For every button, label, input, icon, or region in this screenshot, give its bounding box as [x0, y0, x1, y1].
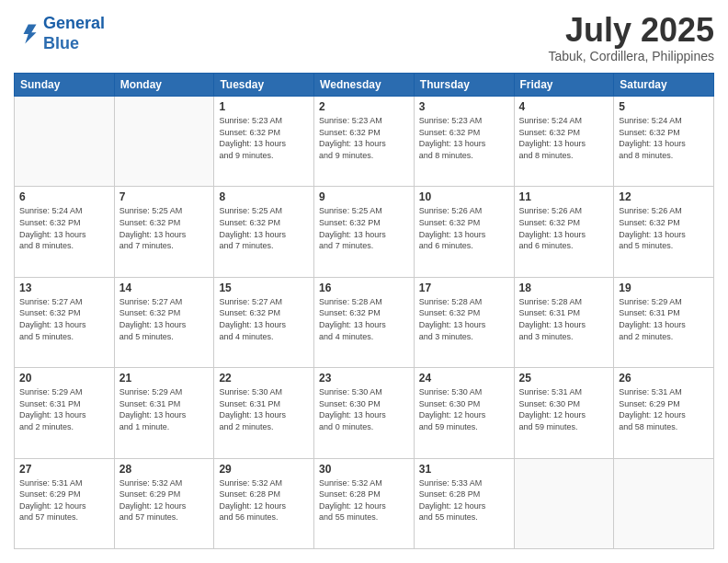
calendar-cell: 10Sunrise: 5:26 AM Sunset: 6:32 PM Dayli…: [414, 187, 514, 277]
calendar-cell: 20Sunrise: 5:29 AM Sunset: 6:31 PM Dayli…: [15, 368, 115, 458]
day-info: Sunrise: 5:29 AM Sunset: 6:31 PM Dayligh…: [19, 386, 109, 432]
day-info: Sunrise: 5:31 AM Sunset: 6:30 PM Dayligh…: [519, 386, 609, 432]
calendar-table: SundayMondayTuesdayWednesdayThursdayFrid…: [14, 73, 714, 549]
calendar-week-4: 20Sunrise: 5:29 AM Sunset: 6:31 PM Dayli…: [15, 368, 714, 458]
day-number: 3: [419, 100, 509, 113]
calendar-cell: 23Sunrise: 5:30 AM Sunset: 6:30 PM Dayli…: [314, 368, 415, 458]
day-info: Sunrise: 5:31 AM Sunset: 6:29 PM Dayligh…: [19, 477, 109, 523]
calendar-cell: 18Sunrise: 5:28 AM Sunset: 6:31 PM Dayli…: [514, 277, 614, 367]
month-title: July 2025: [548, 14, 714, 47]
day-info: Sunrise: 5:25 AM Sunset: 6:32 PM Dayligh…: [119, 205, 210, 251]
day-number: 19: [619, 282, 709, 294]
day-number: 20: [19, 372, 109, 385]
weekday-header-row: SundayMondayTuesdayWednesdayThursdayFrid…: [15, 74, 714, 97]
day-number: 18: [519, 282, 609, 294]
day-info: Sunrise: 5:25 AM Sunset: 6:32 PM Dayligh…: [219, 205, 309, 251]
calendar-cell: 14Sunrise: 5:27 AM Sunset: 6:32 PM Dayli…: [114, 277, 214, 367]
calendar-cell: 5Sunrise: 5:24 AM Sunset: 6:32 PM Daylig…: [614, 97, 714, 187]
calendar-cell: 2Sunrise: 5:23 AM Sunset: 6:32 PM Daylig…: [314, 97, 415, 187]
weekday-header-sunday: Sunday: [15, 74, 115, 97]
day-info: Sunrise: 5:23 AM Sunset: 6:32 PM Dayligh…: [219, 115, 309, 161]
calendar-cell: [15, 97, 115, 187]
calendar-week-1: 1Sunrise: 5:23 AM Sunset: 6:32 PM Daylig…: [15, 97, 714, 187]
day-number: 5: [619, 100, 709, 113]
day-info: Sunrise: 5:24 AM Sunset: 6:32 PM Dayligh…: [619, 115, 709, 161]
day-number: 27: [19, 463, 109, 476]
calendar-cell: 17Sunrise: 5:28 AM Sunset: 6:32 PM Dayli…: [414, 277, 514, 367]
day-info: Sunrise: 5:29 AM Sunset: 6:31 PM Dayligh…: [119, 386, 210, 432]
calendar-cell: 9Sunrise: 5:25 AM Sunset: 6:32 PM Daylig…: [314, 187, 415, 277]
calendar-cell: 6Sunrise: 5:24 AM Sunset: 6:32 PM Daylig…: [15, 187, 115, 277]
calendar-cell: 26Sunrise: 5:31 AM Sunset: 6:29 PM Dayli…: [614, 368, 714, 458]
calendar-cell: 31Sunrise: 5:33 AM Sunset: 6:28 PM Dayli…: [414, 458, 514, 548]
day-number: 29: [219, 463, 309, 476]
day-number: 24: [419, 372, 509, 385]
day-number: 30: [319, 463, 409, 476]
day-info: Sunrise: 5:28 AM Sunset: 6:32 PM Dayligh…: [419, 296, 509, 342]
calendar-cell: 19Sunrise: 5:29 AM Sunset: 6:31 PM Dayli…: [614, 277, 714, 367]
calendar-cell: 7Sunrise: 5:25 AM Sunset: 6:32 PM Daylig…: [114, 187, 214, 277]
day-number: 26: [619, 372, 709, 385]
calendar-cell: 22Sunrise: 5:30 AM Sunset: 6:31 PM Dayli…: [214, 368, 314, 458]
day-number: 28: [119, 463, 210, 476]
day-info: Sunrise: 5:33 AM Sunset: 6:28 PM Dayligh…: [419, 477, 509, 523]
day-info: Sunrise: 5:25 AM Sunset: 6:32 PM Dayligh…: [319, 205, 409, 251]
calendar-cell: 29Sunrise: 5:32 AM Sunset: 6:28 PM Dayli…: [214, 458, 314, 548]
header: General Blue July 2025 Tabuk, Cordillera…: [14, 14, 714, 63]
day-info: Sunrise: 5:32 AM Sunset: 6:28 PM Dayligh…: [319, 477, 409, 523]
calendar-cell: 4Sunrise: 5:24 AM Sunset: 6:32 PM Daylig…: [514, 97, 614, 187]
weekday-header-thursday: Thursday: [414, 74, 514, 97]
calendar-week-3: 13Sunrise: 5:27 AM Sunset: 6:32 PM Dayli…: [15, 277, 714, 367]
weekday-header-monday: Monday: [114, 74, 214, 97]
weekday-header-wednesday: Wednesday: [314, 74, 415, 97]
day-number: 14: [119, 282, 210, 294]
day-info: Sunrise: 5:27 AM Sunset: 6:32 PM Dayligh…: [19, 296, 109, 342]
calendar-cell: 11Sunrise: 5:26 AM Sunset: 6:32 PM Dayli…: [514, 187, 614, 277]
calendar-cell: [614, 458, 714, 548]
day-number: 2: [319, 100, 409, 113]
calendar-week-2: 6Sunrise: 5:24 AM Sunset: 6:32 PM Daylig…: [15, 187, 714, 277]
svg-marker-0: [24, 24, 37, 43]
day-info: Sunrise: 5:29 AM Sunset: 6:31 PM Dayligh…: [619, 296, 709, 342]
calendar-cell: 15Sunrise: 5:27 AM Sunset: 6:32 PM Dayli…: [214, 277, 314, 367]
day-number: 25: [519, 372, 609, 385]
page: General Blue July 2025 Tabuk, Cordillera…: [0, 0, 728, 563]
day-number: 10: [419, 190, 509, 203]
day-number: 16: [319, 282, 409, 294]
day-info: Sunrise: 5:28 AM Sunset: 6:31 PM Dayligh…: [519, 296, 609, 342]
day-number: 4: [519, 100, 609, 113]
day-info: Sunrise: 5:30 AM Sunset: 6:31 PM Dayligh…: [219, 386, 309, 432]
day-number: 13: [19, 282, 109, 294]
calendar-cell: 12Sunrise: 5:26 AM Sunset: 6:32 PM Dayli…: [614, 187, 714, 277]
day-info: Sunrise: 5:32 AM Sunset: 6:28 PM Dayligh…: [219, 477, 309, 523]
weekday-header-friday: Friday: [514, 74, 614, 97]
day-info: Sunrise: 5:23 AM Sunset: 6:32 PM Dayligh…: [319, 115, 409, 161]
logo: General Blue: [14, 14, 105, 53]
day-number: 22: [219, 372, 309, 385]
day-number: 21: [119, 372, 210, 385]
day-info: Sunrise: 5:30 AM Sunset: 6:30 PM Dayligh…: [419, 386, 509, 432]
day-number: 6: [19, 190, 109, 203]
calendar-cell: 8Sunrise: 5:25 AM Sunset: 6:32 PM Daylig…: [214, 187, 314, 277]
day-number: 17: [419, 282, 509, 294]
logo-text: General Blue: [43, 14, 105, 53]
calendar-cell: 3Sunrise: 5:23 AM Sunset: 6:32 PM Daylig…: [414, 97, 514, 187]
day-number: 12: [619, 190, 709, 203]
calendar-cell: 28Sunrise: 5:32 AM Sunset: 6:29 PM Dayli…: [114, 458, 214, 548]
logo-line1: General: [43, 14, 105, 32]
day-info: Sunrise: 5:31 AM Sunset: 6:29 PM Dayligh…: [619, 386, 709, 432]
day-info: Sunrise: 5:32 AM Sunset: 6:29 PM Dayligh…: [119, 477, 210, 523]
calendar-cell: 30Sunrise: 5:32 AM Sunset: 6:28 PM Dayli…: [314, 458, 415, 548]
calendar-cell: 24Sunrise: 5:30 AM Sunset: 6:30 PM Dayli…: [414, 368, 514, 458]
day-number: 7: [119, 190, 210, 203]
weekday-header-saturday: Saturday: [614, 74, 714, 97]
calendar-cell: 21Sunrise: 5:29 AM Sunset: 6:31 PM Dayli…: [114, 368, 214, 458]
location: Tabuk, Cordillera, Philippines: [548, 49, 714, 63]
calendar-cell: 25Sunrise: 5:31 AM Sunset: 6:30 PM Dayli…: [514, 368, 614, 458]
day-number: 11: [519, 190, 609, 203]
day-info: Sunrise: 5:24 AM Sunset: 6:32 PM Dayligh…: [19, 205, 109, 251]
calendar-week-5: 27Sunrise: 5:31 AM Sunset: 6:29 PM Dayli…: [15, 458, 714, 548]
day-info: Sunrise: 5:26 AM Sunset: 6:32 PM Dayligh…: [519, 205, 609, 251]
day-number: 23: [319, 372, 409, 385]
day-info: Sunrise: 5:26 AM Sunset: 6:32 PM Dayligh…: [419, 205, 509, 251]
